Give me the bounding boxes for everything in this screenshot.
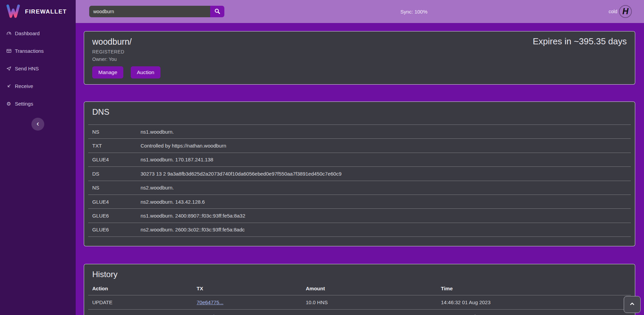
history-time: 15:47:36 07 Jul 2023 xyxy=(441,314,631,315)
history-tx-cell: 70e64775... xyxy=(197,299,306,305)
transactions-icon xyxy=(6,48,11,53)
sidebar-nav: Dashboard Transactions Send HNS xyxy=(0,24,76,112)
column-header-time: Time xyxy=(441,286,631,291)
domain-owner: Owner: You xyxy=(92,57,627,62)
sidebar-item-transactions[interactable]: Transactions xyxy=(0,42,76,60)
sidebar-item-label: Settings xyxy=(15,101,33,107)
history-row: UPDATE70e64775...10.0 HNS14:46:32 01 Aug… xyxy=(88,295,631,309)
hns-logo-icon[interactable]: H xyxy=(619,5,632,18)
dns-record-row: NSns2.woodburn. xyxy=(88,181,631,195)
history-action: RENEW xyxy=(92,314,197,315)
search-input[interactable] xyxy=(89,6,210,17)
dns-record-row: GLUE6ns2.woodburn. 2600:3c02::f03c:93ff:… xyxy=(88,223,631,237)
search-bar xyxy=(89,6,224,17)
brand-name: FIREWALLET xyxy=(25,8,67,15)
dns-record-value: 30273 13 2 9a3a8fb3d625d2a2073d740f10da6… xyxy=(141,171,631,177)
dns-record-type: GLUE4 xyxy=(92,157,141,162)
history-action: UPDATE xyxy=(92,299,197,305)
domain-card: woodburn/ REGISTERED Owner: You Manage A… xyxy=(84,31,635,85)
search-icon xyxy=(214,8,220,15)
domain-status: REGISTERED xyxy=(92,49,627,54)
firewallet-logo-icon xyxy=(6,4,21,20)
dns-record-row: GLUE4ns1.woodburn. 170.187.241.138 xyxy=(88,153,631,166)
chevron-left-icon: ‹ xyxy=(36,120,39,128)
dns-record-type: NS xyxy=(92,185,141,190)
dns-record-value: ns1.woodburn. 170.187.241.138 xyxy=(141,157,631,162)
tx-link[interactable]: 473a5cb... xyxy=(197,314,220,315)
history-table-body: UPDATE70e64775...10.0 HNS14:46:32 01 Aug… xyxy=(88,295,631,315)
dns-record-type: GLUE4 xyxy=(92,199,141,205)
dns-record-row: GLUE6ns1.woodburn. 2400:8907::f03c:93ff:… xyxy=(88,208,631,222)
history-table-header: Action TX Amount Time xyxy=(88,282,631,295)
dns-table-body: NSns1.woodburn.TXTControlled by https://… xyxy=(88,125,631,237)
domain-actions: Manage Auction xyxy=(92,66,627,78)
column-header-tx: TX xyxy=(197,286,306,291)
dns-record-value: ns1.woodburn. 2400:8907::f03c:93ff:fe5a:… xyxy=(141,213,631,219)
sidebar-item-label: Receive xyxy=(15,83,33,89)
dns-record-row: TXTControlled by https://nathan.woodburn xyxy=(88,138,631,152)
dns-record-value: ns2.woodburn. 2600:3c02::f03c:93ff:fe5a:… xyxy=(141,227,631,232)
sync-status: Sync: 100% xyxy=(400,9,427,15)
dns-card-title: DNS xyxy=(84,102,635,117)
dns-record-type: DS xyxy=(92,171,141,177)
dns-record-value: Controlled by https://nathan.woodburn xyxy=(141,143,631,149)
history-tx-cell: 473a5cb... xyxy=(197,314,306,315)
sidebar-item-settings[interactable]: ⚙ Settings xyxy=(0,95,76,112)
dns-card: DNS NSns1.woodburn.TXTControlled by http… xyxy=(84,102,635,246)
chevron-up-icon xyxy=(628,300,636,309)
history-card: History Action TX Amount Time UPDATE70e6… xyxy=(84,264,635,315)
auction-button[interactable]: Auction xyxy=(131,66,160,78)
domain-expiry: Expires in ~395.35 days xyxy=(533,36,627,47)
sidebar-item-send-hns[interactable]: Send HNS xyxy=(0,60,76,77)
sidebar-item-label: Send HNS xyxy=(15,66,39,71)
scroll-to-top-button[interactable] xyxy=(624,296,641,313)
sidebar-item-label: Dashboard xyxy=(15,30,40,36)
column-header-amount: Amount xyxy=(306,286,441,291)
sidebar-item-label: Transactions xyxy=(15,48,44,54)
sidebar-item-dashboard[interactable]: Dashboard xyxy=(0,24,76,42)
sidebar-item-receive[interactable]: Receive xyxy=(0,77,76,95)
history-amount: 10.0 HNS xyxy=(306,299,441,305)
brand: FIREWALLET xyxy=(0,0,76,20)
history-amount: 10.0 HNS xyxy=(306,314,441,315)
dns-record-value: ns1.woodburn. xyxy=(141,129,631,135)
search-button[interactable] xyxy=(210,6,224,17)
sidebar-collapse-button[interactable]: ‹ xyxy=(31,118,44,131)
history-time: 14:46:32 01 Aug 2023 xyxy=(441,299,631,305)
dns-record-row: GLUE4ns2.woodburn. 143.42.128.6 xyxy=(88,195,631,208)
manage-button[interactable]: Manage xyxy=(92,66,123,78)
send-icon xyxy=(6,66,11,71)
wallet-mode-label: cold xyxy=(609,9,617,14)
dashboard-icon xyxy=(6,31,11,36)
gear-icon: ⚙ xyxy=(6,101,11,106)
dns-record-value: ns2.woodburn. 143.42.128.6 xyxy=(141,199,631,205)
tx-link[interactable]: 70e64775... xyxy=(197,299,223,305)
main-content: woodburn/ REGISTERED Owner: You Manage A… xyxy=(76,23,644,315)
receive-icon xyxy=(6,84,11,89)
dns-record-row: DS30273 13 2 9a3a8fb3d625d2a2073d740f10d… xyxy=(88,166,631,180)
dns-record-type: TXT xyxy=(92,143,141,149)
dns-record-type: GLUE6 xyxy=(92,213,141,219)
dns-record-row: NSns1.woodburn. xyxy=(88,125,631,138)
sidebar: FIREWALLET Dashboard Transactions xyxy=(0,0,76,315)
history-row: RENEW473a5cb...10.0 HNS15:47:36 07 Jul 2… xyxy=(88,309,631,315)
dns-record-type: NS xyxy=(92,129,141,135)
dns-record-type: GLUE6 xyxy=(92,227,141,232)
topbar: Sync: 100% cold H xyxy=(76,0,644,23)
dns-record-value: ns2.woodburn. xyxy=(141,185,631,190)
history-table: Action TX Amount Time UPDATE70e64775...1… xyxy=(88,282,631,315)
column-header-action: Action xyxy=(92,286,197,291)
history-card-title: History xyxy=(84,264,635,279)
